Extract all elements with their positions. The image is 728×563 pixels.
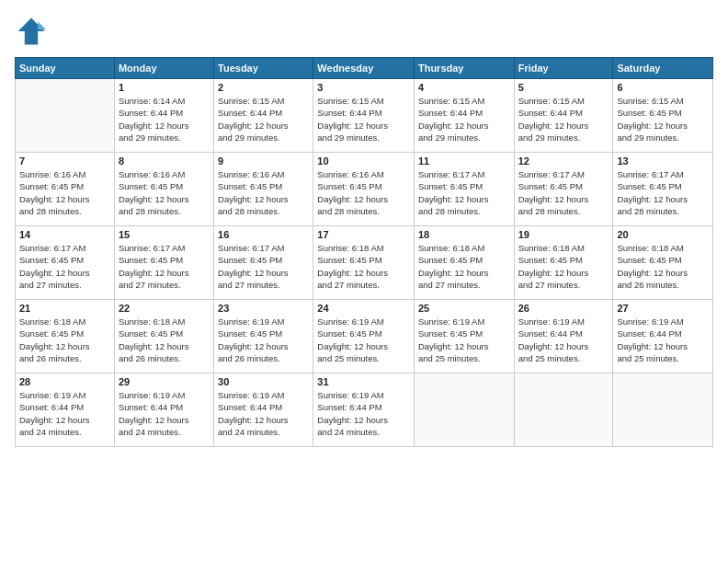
calendar-cell: 10Sunrise: 6:16 AMSunset: 6:45 PMDayligh… xyxy=(313,153,415,226)
calendar-day-header: Friday xyxy=(514,58,613,79)
day-info: Sunrise: 6:18 AMSunset: 6:45 PMDaylight:… xyxy=(518,242,609,291)
day-info: Sunrise: 6:17 AMSunset: 6:45 PMDaylight:… xyxy=(617,168,709,217)
day-number: 1 xyxy=(119,82,210,93)
day-number: 17 xyxy=(317,229,410,240)
day-number: 7 xyxy=(19,155,110,167)
page: SundayMondayTuesdayWednesdayThursdayFrid… xyxy=(0,0,728,563)
calendar-week-row: 28Sunrise: 6:19 AMSunset: 6:44 PMDayligh… xyxy=(16,373,713,447)
calendar-cell: 28Sunrise: 6:19 AMSunset: 6:44 PMDayligh… xyxy=(16,373,115,447)
day-info: Sunrise: 6:19 AMSunset: 6:44 PMDaylight:… xyxy=(518,316,609,364)
day-number: 18 xyxy=(418,229,510,240)
calendar-cell: 24Sunrise: 6:19 AMSunset: 6:45 PMDayligh… xyxy=(313,300,415,373)
calendar-cell: 14Sunrise: 6:17 AMSunset: 6:45 PMDayligh… xyxy=(16,226,115,300)
day-info: Sunrise: 6:18 AMSunset: 6:45 PMDaylight:… xyxy=(617,242,709,291)
calendar-cell: 29Sunrise: 6:19 AMSunset: 6:44 PMDayligh… xyxy=(114,373,213,447)
day-info: Sunrise: 6:19 AMSunset: 6:44 PMDaylight:… xyxy=(19,389,110,438)
logo-icon xyxy=(15,15,48,48)
calendar-week-row: 14Sunrise: 6:17 AMSunset: 6:45 PMDayligh… xyxy=(16,226,713,300)
day-info: Sunrise: 6:15 AMSunset: 6:45 PMDaylight:… xyxy=(617,95,709,144)
calendar-cell: 19Sunrise: 6:18 AMSunset: 6:45 PMDayligh… xyxy=(514,226,613,300)
day-info: Sunrise: 6:17 AMSunset: 6:45 PMDaylight:… xyxy=(518,168,609,217)
day-info: Sunrise: 6:17 AMSunset: 6:45 PMDaylight:… xyxy=(119,242,210,291)
calendar-day-header: Monday xyxy=(114,58,213,79)
day-number: 4 xyxy=(418,82,510,93)
day-number: 21 xyxy=(19,303,110,314)
day-number: 19 xyxy=(518,229,609,240)
calendar-cell: 6Sunrise: 6:15 AMSunset: 6:45 PMDaylight… xyxy=(613,79,713,153)
day-number: 28 xyxy=(19,376,110,387)
day-number: 31 xyxy=(317,376,410,387)
svg-marker-1 xyxy=(38,21,46,29)
day-info: Sunrise: 6:16 AMSunset: 6:45 PMDaylight:… xyxy=(317,168,410,217)
day-number: 22 xyxy=(119,303,210,314)
day-info: Sunrise: 6:14 AMSunset: 6:44 PMDaylight:… xyxy=(119,95,210,144)
calendar-cell: 25Sunrise: 6:19 AMSunset: 6:45 PMDayligh… xyxy=(414,300,514,373)
day-info: Sunrise: 6:17 AMSunset: 6:45 PMDaylight:… xyxy=(19,242,110,291)
day-number: 12 xyxy=(518,155,609,167)
calendar-cell: 23Sunrise: 6:19 AMSunset: 6:45 PMDayligh… xyxy=(214,300,313,373)
day-info: Sunrise: 6:16 AMSunset: 6:45 PMDaylight:… xyxy=(218,168,309,217)
day-number: 23 xyxy=(218,303,309,314)
calendar-cell: 30Sunrise: 6:19 AMSunset: 6:44 PMDayligh… xyxy=(214,373,313,447)
logo xyxy=(15,15,53,48)
day-number: 8 xyxy=(119,155,210,167)
calendar-cell xyxy=(414,373,514,447)
calendar-cell: 20Sunrise: 6:18 AMSunset: 6:45 PMDayligh… xyxy=(613,226,713,300)
day-number: 25 xyxy=(418,303,510,314)
day-info: Sunrise: 6:15 AMSunset: 6:44 PMDaylight:… xyxy=(418,95,510,144)
calendar-cell: 31Sunrise: 6:19 AMSunset: 6:44 PMDayligh… xyxy=(313,373,415,447)
calendar-cell: 17Sunrise: 6:18 AMSunset: 6:45 PMDayligh… xyxy=(313,226,415,300)
calendar-cell: 21Sunrise: 6:18 AMSunset: 6:45 PMDayligh… xyxy=(16,300,115,373)
calendar-cell: 15Sunrise: 6:17 AMSunset: 6:45 PMDayligh… xyxy=(114,226,213,300)
day-info: Sunrise: 6:18 AMSunset: 6:45 PMDaylight:… xyxy=(317,242,410,291)
calendar-week-row: 21Sunrise: 6:18 AMSunset: 6:45 PMDayligh… xyxy=(16,300,713,373)
calendar-cell: 27Sunrise: 6:19 AMSunset: 6:44 PMDayligh… xyxy=(613,300,713,373)
calendar-cell xyxy=(613,373,713,447)
calendar-day-header: Saturday xyxy=(613,58,713,79)
header xyxy=(15,15,713,48)
day-number: 16 xyxy=(218,229,309,240)
day-info: Sunrise: 6:19 AMSunset: 6:44 PMDaylight:… xyxy=(218,389,309,438)
day-info: Sunrise: 6:19 AMSunset: 6:44 PMDaylight:… xyxy=(317,389,410,438)
calendar-cell: 2Sunrise: 6:15 AMSunset: 6:44 PMDaylight… xyxy=(214,79,313,153)
day-number: 3 xyxy=(317,82,410,93)
day-number: 30 xyxy=(218,376,309,387)
day-info: Sunrise: 6:19 AMSunset: 6:45 PMDaylight:… xyxy=(317,316,410,364)
calendar-day-header: Wednesday xyxy=(313,58,415,79)
day-number: 15 xyxy=(119,229,210,240)
calendar-cell: 3Sunrise: 6:15 AMSunset: 6:44 PMDaylight… xyxy=(313,79,415,153)
calendar-cell: 12Sunrise: 6:17 AMSunset: 6:45 PMDayligh… xyxy=(514,153,613,226)
day-info: Sunrise: 6:18 AMSunset: 6:45 PMDaylight:… xyxy=(418,242,510,291)
calendar-day-header: Sunday xyxy=(16,58,115,79)
calendar-week-row: 7Sunrise: 6:16 AMSunset: 6:45 PMDaylight… xyxy=(16,153,713,226)
day-number: 20 xyxy=(617,229,709,240)
day-info: Sunrise: 6:19 AMSunset: 6:44 PMDaylight:… xyxy=(617,316,709,364)
calendar-cell: 26Sunrise: 6:19 AMSunset: 6:44 PMDayligh… xyxy=(514,300,613,373)
calendar-cell xyxy=(16,79,115,153)
calendar-cell: 9Sunrise: 6:16 AMSunset: 6:45 PMDaylight… xyxy=(214,153,313,226)
day-number: 10 xyxy=(317,155,410,167)
day-info: Sunrise: 6:15 AMSunset: 6:44 PMDaylight:… xyxy=(518,95,609,144)
day-number: 13 xyxy=(617,155,709,167)
svg-marker-0 xyxy=(18,18,45,45)
calendar-cell: 16Sunrise: 6:17 AMSunset: 6:45 PMDayligh… xyxy=(214,226,313,300)
calendar-cell: 5Sunrise: 6:15 AMSunset: 6:44 PMDaylight… xyxy=(514,79,613,153)
calendar-day-header: Thursday xyxy=(414,58,514,79)
day-info: Sunrise: 6:17 AMSunset: 6:45 PMDaylight:… xyxy=(218,242,309,291)
day-number: 26 xyxy=(518,303,609,314)
day-info: Sunrise: 6:18 AMSunset: 6:45 PMDaylight:… xyxy=(19,316,110,364)
calendar-cell: 11Sunrise: 6:17 AMSunset: 6:45 PMDayligh… xyxy=(414,153,514,226)
calendar-week-row: 1Sunrise: 6:14 AMSunset: 6:44 PMDaylight… xyxy=(16,79,713,153)
day-number: 11 xyxy=(418,155,510,167)
calendar-cell: 13Sunrise: 6:17 AMSunset: 6:45 PMDayligh… xyxy=(613,153,713,226)
day-info: Sunrise: 6:16 AMSunset: 6:45 PMDaylight:… xyxy=(119,168,210,217)
calendar-cell: 18Sunrise: 6:18 AMSunset: 6:45 PMDayligh… xyxy=(414,226,514,300)
day-number: 5 xyxy=(518,82,609,93)
day-info: Sunrise: 6:19 AMSunset: 6:45 PMDaylight:… xyxy=(218,316,309,364)
day-number: 29 xyxy=(119,376,210,387)
day-number: 14 xyxy=(19,229,110,240)
day-info: Sunrise: 6:17 AMSunset: 6:45 PMDaylight:… xyxy=(418,168,510,217)
calendar-cell: 7Sunrise: 6:16 AMSunset: 6:45 PMDaylight… xyxy=(16,153,115,226)
calendar-day-header: Tuesday xyxy=(214,58,313,79)
calendar-cell: 1Sunrise: 6:14 AMSunset: 6:44 PMDaylight… xyxy=(114,79,213,153)
